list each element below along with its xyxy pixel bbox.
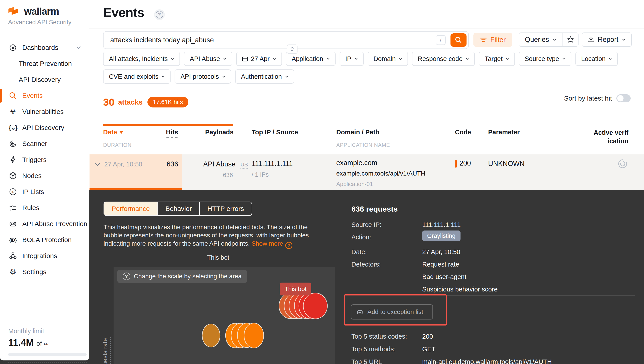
chevron-down-icon <box>161 76 165 78</box>
chip-label: CVE and exploits <box>109 73 158 80</box>
active-verification-spinner-icon[interactable] <box>617 158 628 169</box>
biohazard-icon: ☣ <box>9 107 17 116</box>
row-ip-count: / 1 IPs <box>252 171 269 178</box>
sidebar-item-api-abuse-prevention[interactable]: API Abuse Prevention <box>0 216 89 232</box>
sidebar-item-api-discovery[interactable]: {⌄} API Discovery <box>0 120 89 136</box>
sidebar-item-vulnerabilities[interactable]: ☣ Vulnerabilities <box>0 104 89 120</box>
sidebar-item-nodes[interactable]: Nodes <box>0 168 89 184</box>
search-input[interactable]: attacks incidents today api_abuse <box>110 36 436 44</box>
bubble-other-bot[interactable] <box>244 323 264 348</box>
header-divider <box>89 28 644 28</box>
monthly-limit-progressbar <box>8 353 87 356</box>
tab-http-errors[interactable]: HTTP errors <box>199 202 251 215</box>
queries-control: Queries <box>519 32 578 47</box>
monthly-limit-value: 11.4Mof ∞ <box>8 337 49 348</box>
row-ip[interactable]: 111.111.1.111 <box>252 160 293 168</box>
sidebar-item-integrations[interactable]: Integrations <box>0 248 89 264</box>
sidebar-item-dashboards[interactable]: Dashboards <box>0 40 89 56</box>
sidebar-item-events[interactable]: Events <box>0 88 89 104</box>
download-icon <box>588 36 594 43</box>
chip-location[interactable]: Location <box>575 52 618 66</box>
queries-dropdown[interactable]: Queries <box>519 33 563 46</box>
event-detail-panel: Performance Behavior HTTP errors This he… <box>0 190 644 364</box>
row-code: 200 <box>455 159 471 168</box>
chip-label: Response code <box>418 55 463 62</box>
tab-performance[interactable]: Performance <box>104 202 157 215</box>
monthly-limit-of: of ∞ <box>36 340 49 347</box>
requests-count-title: 636 requests <box>351 205 398 213</box>
chip-domain[interactable]: Domain <box>368 52 408 66</box>
chip-authentication[interactable]: Authentication <box>235 70 294 84</box>
page-title: Events <box>103 5 144 20</box>
sidebar-nav: Dashboards Threat Prevention API Discove… <box>0 40 89 280</box>
page-help-icon[interactable]: ? <box>154 9 165 20</box>
code-status-bar <box>455 160 457 168</box>
chip-label: Authentication <box>241 73 282 80</box>
dashboard-icon <box>9 43 17 52</box>
row-application: Application-01 <box>336 181 373 188</box>
chevron-down-icon <box>399 58 402 60</box>
chip-label: Source type <box>525 55 559 62</box>
tab-behavior[interactable]: Behavior <box>157 202 199 215</box>
top-url-value: main-api.eu.demo.wallarm.tools/api/v1/AU… <box>422 358 552 364</box>
top-status-label: Top 5 status codes: <box>351 333 407 340</box>
sidebar-item-api-discovery-dash[interactable]: API Discovery <box>0 72 89 88</box>
chip-ip[interactable]: IP <box>340 52 364 66</box>
row-payload[interactable]: API Abuse <box>196 160 243 168</box>
sidebar-item-triggers[interactable]: Triggers <box>0 152 89 168</box>
sidebar-item-settings[interactable]: ⚙ Settings <box>0 264 89 280</box>
chip-response-code[interactable]: Response code <box>412 52 475 66</box>
col-header-date[interactable]: Date <box>103 128 123 136</box>
row-country[interactable]: US <box>240 162 248 169</box>
sidebar-item-ip-lists[interactable]: IP IP Lists <box>0 184 89 200</box>
sidebar-item-bola-protection[interactable]: {ID} BOLA Protection <box>0 232 89 248</box>
chevron-down-icon <box>290 50 294 52</box>
bubble-other-bot[interactable] <box>202 324 220 347</box>
col-header-application-name: APPLICATION NAME <box>336 142 390 148</box>
show-more-link[interactable]: Show more <box>252 240 283 247</box>
add-to-exception-list-button[interactable]: Add to exception list <box>351 304 433 320</box>
chip-date[interactable]: 27 Apr <box>236 52 282 66</box>
chip-label: IP <box>345 55 351 62</box>
bubble-this-bot[interactable] <box>303 293 327 319</box>
chip-attack-types[interactable]: All attacks, Incidents <box>103 52 180 66</box>
chevron-down-icon <box>171 58 174 60</box>
chip-api-abuse[interactable]: API Abuse <box>184 52 232 66</box>
chip-cve-exploits[interactable]: CVE and exploits <box>103 70 171 84</box>
filter-button[interactable]: Filter <box>473 33 512 47</box>
col-header-hits[interactable]: Hits <box>147 128 178 136</box>
sidebar-item-threat-prevention[interactable]: Threat Prevention <box>0 56 89 72</box>
sidebar-item-rules[interactable]: Rules <box>0 200 89 216</box>
report-button[interactable]: Report <box>582 32 632 47</box>
chip-target[interactable]: Target <box>479 52 515 66</box>
search-button[interactable] <box>451 33 467 47</box>
sort-by-latest-hit-toggle[interactable] <box>616 94 631 102</box>
wallarm-logo[interactable]: wallarm <box>8 6 59 17</box>
chip-label: API protocols <box>180 73 219 80</box>
robot-icon <box>356 308 364 316</box>
chevron-down-icon <box>355 58 358 60</box>
sidebar-item-scanner[interactable]: Scanner <box>0 136 89 152</box>
row-expand-chevron-icon[interactable] <box>94 162 100 166</box>
star-icon <box>567 36 574 43</box>
bot-performance-heatmap[interactable]: ? Change the scale by selecting the area… <box>114 267 335 364</box>
filter-label: Filter <box>490 36 506 44</box>
show-more-help-icon[interactable]: ? <box>285 242 292 249</box>
this-bot-badge: This bot <box>280 282 311 296</box>
row-hits: 636 <box>147 160 178 168</box>
row-domain[interactable]: example.com <box>336 159 377 167</box>
search-bar: attacks incidents today api_abuse / <box>103 31 469 49</box>
product-subtitle: Advanced API Security <box>8 19 72 26</box>
sidebar-item-label: IP Lists <box>22 188 44 196</box>
row-path[interactable]: example.com.tools/api/v1/AUTH <box>336 170 425 177</box>
sidebar-item-label: API Discovery <box>22 124 64 132</box>
favorite-query-button[interactable] <box>563 33 578 46</box>
search-resize-handle[interactable] <box>287 44 297 54</box>
table-row-selected-highlight[interactable] <box>90 154 182 188</box>
sidebar-item-label: Settings <box>22 268 46 276</box>
chevron-down-icon <box>553 38 557 41</box>
chip-source-type[interactable]: Source type <box>519 52 571 66</box>
chip-label: Domain <box>374 55 396 62</box>
chip-label: All attacks, Incidents <box>109 55 168 62</box>
chip-api-protocols[interactable]: API protocols <box>175 70 231 84</box>
